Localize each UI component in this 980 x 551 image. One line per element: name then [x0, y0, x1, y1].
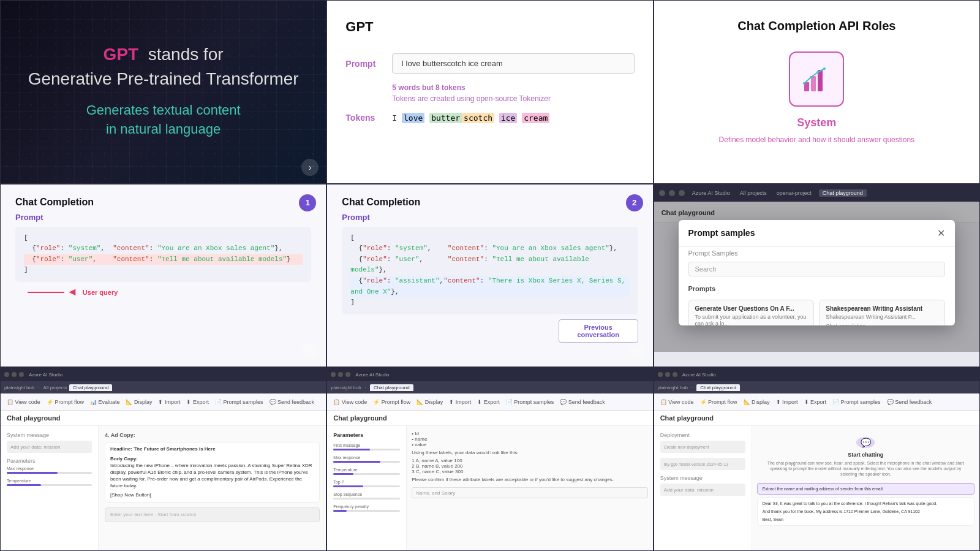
toolbar-item-import[interactable]: ⬆ Import [158, 399, 180, 405]
email-text-2: And thank you for the book. My address i… [763, 509, 969, 515]
api-roles-title: Chat Completion API Roles [673, 19, 961, 33]
bw-active-tab-bl[interactable]: Chat playground [69, 384, 113, 391]
email-response: Dear Sir, It was great to talk to you at… [757, 497, 974, 526]
toolbar-item-display[interactable]: 📐 Display [126, 399, 152, 405]
bw-chat-area-br: 💬 Start chatting The chat playground can… [752, 426, 979, 550]
toolbar-bm-prompt[interactable]: ⚡ Prompt flow [373, 399, 410, 405]
max-response-slider-bm[interactable] [333, 461, 400, 463]
toolbar-bm-export[interactable]: ⬇ Export [477, 399, 500, 405]
freq-penalty-slider[interactable] [333, 510, 400, 512]
prompt-input-tm[interactable]: I love butterscotch ice cream [392, 53, 634, 74]
toolbar-item-send-feedback[interactable]: 💬 Send feedback [270, 399, 315, 405]
modal-header: Prompt samples ✕ [679, 220, 956, 247]
modal-close-button[interactable]: ✕ [937, 227, 945, 239]
bw-dot-br-3 [673, 372, 677, 377]
toolbar-bm-view[interactable]: 📋 View code [333, 399, 367, 405]
svg-point-5 [816, 71, 819, 74]
bw-toolbar-bm: 📋 View code ⚡ Prompt flow 📐 Display ⬆ Im… [327, 393, 652, 411]
nav-arrow-tr[interactable]: › [955, 159, 972, 176]
nav-arrow-tl[interactable]: › [301, 159, 318, 176]
stop-seq-slider[interactable] [333, 498, 400, 500]
bw-sidebar-bl: System message Add your data: mission Pa… [1, 426, 99, 550]
bw-active-tab-br[interactable]: Chat playground [696, 384, 740, 391]
nav-arrow-tm[interactable]: › [628, 159, 646, 176]
toolbar-item-view[interactable]: 📋 View code [7, 399, 40, 405]
tab-chat-playground-mr[interactable]: Chat playground [819, 189, 867, 197]
toolbar-br-view[interactable]: 📋 View code [660, 399, 694, 405]
system-msg-input-bl[interactable]: Add your data: mission [7, 441, 92, 453]
playground-title-bl: Chat playground [1, 411, 326, 426]
playground-title-br: Chat playground [654, 411, 979, 426]
model-value-br: my-gpt-model-version 2024-05-13 [664, 462, 728, 466]
model-input-br[interactable]: my-gpt-model-version 2024-05-13 [660, 458, 745, 470]
toolbar-bm-display[interactable]: 📐 Display [417, 399, 443, 405]
bw-chrome-bm: Azure AI Studio [327, 368, 652, 381]
code2-line-3: {"role": "user", "content": "Tell me abo… [350, 254, 629, 276]
toolbar-br-feedback[interactable]: 💬 Send feedback [887, 399, 932, 405]
data-row-2: 2 B, name B, value 200 [412, 463, 647, 469]
bw-tabbar-bm: plainsight hub · Chat playground [327, 381, 652, 393]
toolbar-item-prompt-samples[interactable]: 📄 Prompt samples [215, 399, 263, 405]
body-copy-text: Introducing the new iPhone – where innov… [110, 462, 314, 490]
toolbar-br-export[interactable]: ⬇ Export [804, 399, 827, 405]
code-line-3: {"role": "user", "content": "Tell me abo… [24, 254, 303, 265]
code-line-4: ] [24, 265, 303, 276]
top-p-slider[interactable] [333, 485, 400, 487]
prompt-card-1-desc: To submit your application as a voluntee… [695, 314, 808, 326]
temp-slider-bm[interactable] [333, 473, 400, 475]
chrome-dot-3 [679, 190, 685, 196]
bw-main-bl: System message Add your data: mission Pa… [1, 426, 326, 550]
toolbar-br-display[interactable]: 📐 Display [744, 399, 770, 405]
toolbar-item-prompt[interactable]: ⚡ Prompt flow [47, 399, 84, 405]
bw-dot-bm-1 [331, 372, 336, 377]
chat-msg-headline: Headline: The Future of Smartphones is H… [105, 442, 320, 502]
max-response-slider-bl[interactable] [7, 472, 92, 474]
panel-chat-playground-bm: Azure AI Studio plainsight hub · Chat pl… [326, 367, 653, 551]
toolbar-br-samples[interactable]: 📄 Prompt samples [832, 399, 881, 405]
bw-dot-bm-3 [345, 372, 350, 377]
extract-instruction: Extract the name and mailing address of … [757, 483, 974, 495]
prompt-label-mm: Prompt [342, 213, 638, 222]
prompt-row: Prompt I love butterscotch ice cream [345, 53, 634, 74]
cta-text: [Shop Now Button] [110, 492, 314, 498]
modal-search-input[interactable]: Search [688, 262, 946, 276]
toolbar-bm-import[interactable]: ⬆ Import [449, 399, 471, 405]
code2-line-2: {"role": "system", "content": "You are a… [350, 243, 629, 254]
system-msg-input-br[interactable]: Add your data: mission [660, 484, 745, 496]
prompt-label-tm: Prompt [345, 59, 382, 69]
code2-line-1: [ [350, 233, 629, 244]
bw-dot-br-2 [665, 372, 670, 377]
svg-point-4 [810, 76, 812, 78]
prompt-card-2[interactable]: Shakespearean Writing Assistant Shakespe… [819, 300, 945, 326]
toolbar-bm-samples[interactable]: 📄 Prompt samples [506, 399, 554, 405]
tab-all-projects[interactable]: All projects [740, 190, 767, 196]
prompt-card-1[interactable]: Generate User Questions On A F... To sub… [688, 300, 815, 326]
start-chatting-label: Start chatting [848, 452, 883, 458]
bw-toolbar-bl: 📋 View code ⚡ Prompt flow 📊 Evaluate 📐 D… [1, 393, 326, 411]
bw-active-tab-bm[interactable]: Chat playground [370, 384, 413, 391]
nav-arrow-mm[interactable]: › [628, 342, 646, 359]
deploy-input-br[interactable]: Create new deployment [660, 441, 745, 453]
temp-slider-bl[interactable] [7, 484, 92, 486]
step-badge-1: 1 [299, 194, 316, 211]
prompt-cards-grid: Generate User Questions On A F... To sub… [679, 295, 956, 326]
toolbar-br-import[interactable]: ⬆ Import [776, 399, 798, 405]
bw-chrome-br: Azure AI Studio [654, 368, 979, 381]
tok-scotch: scotch [462, 113, 494, 123]
toolbar-item-eval[interactable]: 📊 Evaluate [90, 399, 120, 405]
bw-tabbar-bl: plainsight hub · All projects Chat playg… [1, 381, 326, 393]
tab-openai-project[interactable]: openai-project [777, 190, 812, 196]
bw-toolbar-br: 📋 View code ⚡ Prompt flow 📐 Display ⬆ Im… [654, 393, 979, 411]
nav-arrow-ml[interactable]: › [301, 342, 318, 359]
bw-dot-3 [19, 372, 24, 377]
first-msg-slider[interactable] [333, 449, 400, 450]
code-line-2: {"role": "system", "content": "You are a… [24, 243, 303, 254]
name-salary-input[interactable]: Name, and Salary [412, 487, 647, 498]
chat-input-bl[interactable]: Enter your text here - Start from scratc… [105, 507, 320, 522]
deploy-label-br: Deployment [660, 432, 745, 438]
toolbar-item-export[interactable]: ⬇ Export [186, 399, 209, 405]
step-badge-2: 2 [626, 194, 643, 211]
toolbar-bm-feedback[interactable]: 💬 Send feedback [560, 399, 605, 405]
chat-input-placeholder-bl: Enter your text here - Start from scratc… [110, 512, 197, 517]
toolbar-br-prompt[interactable]: ⚡ Prompt flow [700, 399, 737, 405]
